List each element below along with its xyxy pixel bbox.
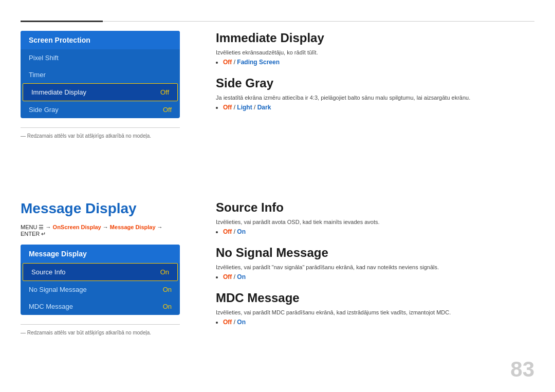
side-gray-desc: Ja iestatītā ekrāna izmēru attiecība ir … bbox=[216, 95, 534, 101]
immediate-display-option: Off / Fading Screen bbox=[223, 59, 534, 66]
screen-protection-menu: Screen Protection Pixel Shift Timer Imme… bbox=[21, 31, 180, 118]
menu-item-side-gray-value: Off bbox=[163, 106, 172, 114]
mdc-message-desc: Izvēlieties, vai parādīt MDC parādīšanu … bbox=[216, 309, 534, 315]
right-content-section: Immediate Display Izvēlieties ekrānsaudz… bbox=[216, 31, 534, 121]
menu-item-pixelshift-label: Pixel Shift bbox=[29, 54, 59, 62]
menu-nav-onscreen: OnScreen Display bbox=[53, 224, 101, 230]
opt-separator3: / bbox=[254, 104, 257, 111]
message-display-note: — Redzamais attēls var būt atšķirīgs atk… bbox=[21, 330, 180, 335]
top-bar-light bbox=[103, 21, 534, 22]
menu-item-timer-label: Timer bbox=[29, 71, 46, 79]
immediate-display-title: Immediate Display bbox=[216, 31, 534, 45]
source-info-opt-off: Off bbox=[223, 228, 232, 235]
menu-nav-message-display: Message Display bbox=[110, 224, 156, 230]
menu-item-side-gray-label: Side Gray bbox=[29, 106, 59, 114]
menu-nav-arrow3: → bbox=[157, 224, 163, 230]
menu-item-mdc-message-value: On bbox=[163, 303, 172, 310]
menu-nav-arrow1: → bbox=[46, 224, 53, 230]
bottom-right-content: Source Info Izvēlieties, vai parādīt avo… bbox=[216, 200, 534, 336]
opt-dark: Dark bbox=[257, 104, 271, 111]
no-signal-opt-off: Off bbox=[223, 273, 232, 281]
side-gray-title: Side Gray bbox=[216, 76, 534, 90]
opt-light: Light bbox=[237, 104, 252, 111]
menu-nav-prefix: MENU bbox=[21, 224, 39, 230]
menu-item-no-signal-value: On bbox=[163, 286, 172, 293]
menu-item-pixelshift[interactable]: Pixel Shift bbox=[21, 49, 180, 66]
immediate-display-desc: Izvēlieties ekrānsaudzētāju, ko rādīt tū… bbox=[216, 49, 534, 55]
menu-item-immediate-display-label: Immediate Display bbox=[31, 88, 86, 96]
menu-item-source-info-value: On bbox=[160, 268, 169, 276]
screen-protection-note-line: — Redzamais attēls var būt atšķirīgs atk… bbox=[21, 127, 180, 139]
no-signal-title: No Signal Message bbox=[216, 246, 534, 260]
screen-protection-header: Screen Protection bbox=[21, 31, 180, 49]
menu-nav-enter: ENTER bbox=[21, 231, 41, 237]
menu-item-mdc-message-label: MDC Message bbox=[29, 303, 73, 310]
no-signal-options: Off / On bbox=[216, 273, 534, 281]
menu-nav-arrow2: → bbox=[103, 224, 110, 230]
message-display-menu-header: Message Display bbox=[21, 245, 180, 263]
screen-protection-note: — Redzamais attēls var būt atšķirīgs atk… bbox=[21, 133, 180, 139]
top-bar-dark bbox=[21, 21, 103, 22]
source-info-opt-on: On bbox=[237, 228, 246, 235]
message-display-menu: Message Display Source Info On No Signal… bbox=[21, 245, 180, 315]
menu-item-source-info-label: Source Info bbox=[31, 268, 66, 276]
no-signal-opt-on: On bbox=[237, 273, 246, 281]
menu-item-timer[interactable]: Timer bbox=[21, 66, 180, 83]
menu-item-no-signal-label: No Signal Message bbox=[29, 286, 87, 293]
menu-icon: ☰ bbox=[39, 224, 44, 230]
mdc-opt-on: On bbox=[237, 319, 246, 326]
mdc-message-title: MDC Message bbox=[216, 291, 534, 305]
source-info-title: Source Info bbox=[216, 200, 534, 215]
message-display-title: Message Display bbox=[21, 200, 180, 217]
menu-item-mdc-message[interactable]: MDC Message On bbox=[21, 298, 180, 315]
page-number: 83 bbox=[510, 357, 534, 382]
opt-off: Off bbox=[223, 59, 232, 66]
opt-off-2: Off bbox=[223, 104, 232, 111]
message-display-note-line: — Redzamais attēls var būt atšķirīgs atk… bbox=[21, 324, 180, 335]
no-signal-option: Off / On bbox=[223, 273, 534, 281]
source-info-options: Off / On bbox=[216, 228, 534, 235]
menu-item-source-info[interactable]: Source Info On bbox=[23, 263, 178, 281]
immediate-display-options: Off / Fading Screen bbox=[216, 59, 534, 66]
menu-navigation: MENU ☰ → OnScreen Display → Message Disp… bbox=[21, 224, 180, 237]
menu-item-immediate-display[interactable]: Immediate Display Off bbox=[23, 83, 178, 101]
source-info-option: Off / On bbox=[223, 228, 534, 235]
screen-protection-section: Screen Protection Pixel Shift Timer Imme… bbox=[21, 31, 180, 139]
menu-item-side-gray[interactable]: Side Gray Off bbox=[21, 101, 180, 118]
top-bar bbox=[21, 21, 534, 22]
message-display-section: Message Display MENU ☰ → OnScreen Displa… bbox=[21, 200, 180, 335]
no-signal-desc: Izvēlieties, vai parādīt "nav signāla" p… bbox=[216, 264, 534, 270]
source-info-desc: Izvēlieties, vai parādīt avota OSD, kad … bbox=[216, 219, 534, 225]
side-gray-options: Off / Light / Dark bbox=[216, 104, 534, 111]
mdc-message-option: Off / On bbox=[223, 319, 534, 326]
menu-item-no-signal[interactable]: No Signal Message On bbox=[21, 281, 180, 298]
menu-nav-enter-icon: ↵ bbox=[41, 231, 46, 237]
side-gray-option: Off / Light / Dark bbox=[223, 104, 534, 111]
opt-fading-screen: Fading Screen bbox=[237, 59, 280, 66]
mdc-message-options: Off / On bbox=[216, 319, 534, 326]
mdc-opt-off: Off bbox=[223, 319, 232, 326]
menu-item-immediate-display-value: Off bbox=[160, 88, 169, 96]
